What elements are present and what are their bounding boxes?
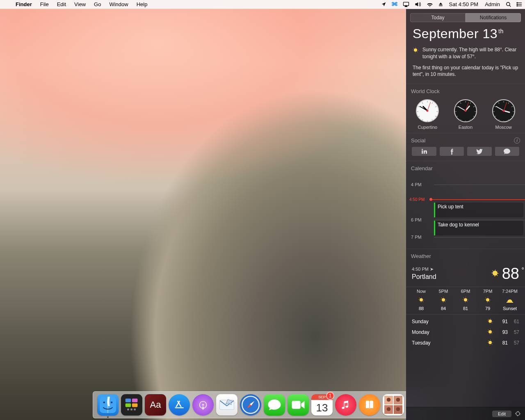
weather-daily[interactable]: Sunday9161Monday9357Tuesday8157 <box>406 314 525 348</box>
weather-temp: 88° <box>502 265 519 283</box>
menubar-clock[interactable]: Sat 4:50 PM <box>446 1 482 7</box>
svg-point-21 <box>202 404 204 406</box>
svg-rect-25 <box>292 401 301 409</box>
menu-go[interactable]: Go <box>90 0 105 9</box>
gear-icon[interactable] <box>515 411 521 417</box>
social-messages[interactable] <box>495 147 520 156</box>
clock-city: Moscow <box>495 125 511 130</box>
svg-point-9 <box>103 402 105 403</box>
location-arrow-icon: ➤ <box>430 267 434 272</box>
location-icon[interactable] <box>379 0 389 9</box>
section-social: Sociali <box>406 133 525 147</box>
nc-weather-summary: Sunny currently. The high will be 88°. C… <box>406 46 525 64</box>
dock-safari[interactable] <box>239 393 262 416</box>
hourly-item: 7:24PMSunset <box>500 289 519 311</box>
menu-help[interactable]: Help <box>132 0 152 9</box>
social-facebook[interactable] <box>440 147 464 156</box>
social-linkedin[interactable] <box>412 147 436 156</box>
nc-calendar-hint: The first thing on your calendar today i… <box>406 64 525 84</box>
wifi-icon[interactable] <box>424 0 436 9</box>
social-twitter[interactable] <box>467 147 492 156</box>
volume-icon[interactable] <box>412 0 424 9</box>
svg-point-2 <box>517 2 518 3</box>
svg-rect-17 <box>134 409 136 411</box>
svg-rect-15 <box>127 409 129 411</box>
dock-feedback[interactable] <box>192 393 215 416</box>
svg-point-33 <box>396 407 400 411</box>
sun-icon <box>487 329 493 335</box>
hourly-item: 5PM84 <box>434 289 453 311</box>
dock: Aa SEP13 1 <box>93 391 432 418</box>
sun-icon <box>491 269 499 278</box>
eject-icon[interactable] <box>436 0 446 9</box>
svg-rect-16 <box>130 409 132 411</box>
edit-button[interactable]: Edit <box>492 411 511 417</box>
tab-notifications[interactable]: Notifications <box>466 13 521 22</box>
spotlight-icon[interactable] <box>503 0 514 9</box>
dock-mail[interactable] <box>215 393 238 416</box>
section-calendar: Calendar <box>406 161 525 175</box>
hourly-item: 7PM79 <box>478 289 497 311</box>
svg-rect-20 <box>203 406 204 410</box>
calendar-timeline[interactable]: 4 PM6 PM7 PM4:50 PMPick up tentTake dog … <box>406 175 525 249</box>
svg-point-31 <box>396 398 400 402</box>
world-clock[interactable]: Easton <box>454 99 477 130</box>
svg-rect-13 <box>126 403 131 407</box>
svg-point-4 <box>517 5 518 6</box>
svg-rect-18 <box>175 407 184 408</box>
world-clock[interactable]: Moscow <box>492 99 515 130</box>
nc-date: September 13th <box>406 25 525 46</box>
dock-calendar[interactable]: SEP13 1 <box>310 393 333 416</box>
sun-icon <box>418 297 424 303</box>
notification-center-panel: Today Notifications September 13th Sunny… <box>406 9 525 420</box>
section-weather: Weather <box>406 249 525 262</box>
menu-view[interactable]: View <box>70 0 90 9</box>
info-icon[interactable]: i <box>514 137 520 144</box>
calendar-event[interactable]: Pick up tent <box>434 203 523 217</box>
calendar-now-label: 4:50 PM <box>409 197 425 202</box>
sun-icon <box>441 297 446 303</box>
world-clock[interactable]: Cupertino <box>416 99 439 130</box>
svg-point-7 <box>516 412 520 415</box>
dock-app-store[interactable] <box>168 393 191 416</box>
airplay-icon[interactable] <box>400 0 412 9</box>
svg-point-30 <box>387 398 391 402</box>
apple-menu[interactable] <box>0 0 11 9</box>
dock-ibooks[interactable] <box>358 393 381 416</box>
menubar: Finder File Edit View Go Window Help Sat… <box>0 0 525 9</box>
clock-city: Easton <box>459 125 472 130</box>
sun-icon <box>413 47 418 60</box>
menu-edit[interactable]: Edit <box>53 0 70 9</box>
sun-icon <box>463 297 468 303</box>
dock-photo-booth[interactable] <box>382 393 405 416</box>
dropbox-icon[interactable] <box>389 0 400 9</box>
dock-messages[interactable] <box>263 393 286 416</box>
menu-window[interactable]: Window <box>105 0 132 9</box>
dock-itunes[interactable] <box>334 393 357 416</box>
daily-row: Sunday9161 <box>412 316 519 327</box>
dock-facetime[interactable] <box>287 393 310 416</box>
sun-icon <box>487 340 493 345</box>
dock-mission-control[interactable] <box>120 393 143 416</box>
calendar-hour-label: 7 PM <box>411 235 422 240</box>
dock-dictionary[interactable]: Aa <box>144 393 167 416</box>
social-row <box>406 147 525 161</box>
svg-point-3 <box>517 4 518 5</box>
nc-tabs: Today Notifications <box>406 9 525 25</box>
clock-city: Cupertino <box>418 125 437 130</box>
world-clock-row: CupertinoEastonMoscow <box>406 98 525 133</box>
svg-point-32 <box>387 407 391 411</box>
app-menu[interactable]: Finder <box>11 0 36 9</box>
calendar-event[interactable]: Take dog to kennel <box>434 221 523 235</box>
weather-current[interactable]: 4:50 PM ➤ Portland 88° <box>406 262 525 287</box>
svg-rect-12 <box>132 399 138 402</box>
menubar-user[interactable]: Admin <box>482 1 503 7</box>
weather-hourly[interactable]: Now885PM846PM817PM797:24PMSunset <box>406 287 525 314</box>
dock-finder[interactable] <box>96 393 119 416</box>
hourly-item: 6PM81 <box>456 289 475 311</box>
menu-file[interactable]: File <box>36 0 53 9</box>
svg-rect-14 <box>132 403 138 407</box>
tab-today[interactable]: Today <box>410 13 466 22</box>
notification-center-icon[interactable] <box>514 0 525 9</box>
nc-edit-bar: Edit <box>406 407 525 420</box>
